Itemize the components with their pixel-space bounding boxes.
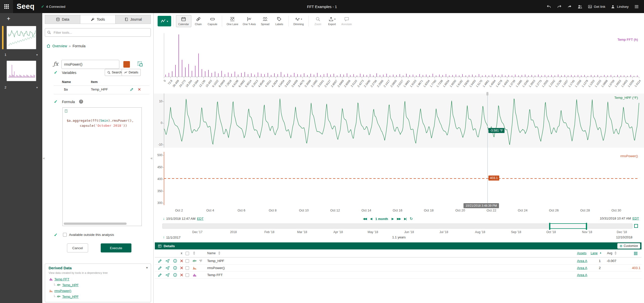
edit-item-icon[interactable] <box>158 259 162 263</box>
lane-rms-power[interactable]: rmsPower() <box>154 152 644 205</box>
variable-search-button[interactable]: Search <box>105 69 124 76</box>
item-asset-link[interactable]: Area A <box>577 273 587 277</box>
available-outside-checkbox[interactable] <box>63 233 67 237</box>
chart-cursor-line[interactable] <box>487 94 488 205</box>
step-to-end-button[interactable]: ▶| <box>404 217 406 221</box>
column-header-name[interactable]: Name <box>207 251 216 255</box>
chevron-down-icon[interactable]: ▾ <box>36 53 38 57</box>
timeline-end-handle[interactable] <box>634 224 638 228</box>
row-checkbox[interactable] <box>186 273 189 277</box>
send-item-icon[interactable] <box>165 266 170 270</box>
timeline-month-label[interactable]: Jul '18 <box>436 230 451 234</box>
view-mode-dropdown[interactable]: ▾ <box>158 16 171 26</box>
filter-tools-input[interactable] <box>45 28 151 37</box>
chevron-down-icon[interactable]: ▾ <box>36 86 38 89</box>
lane-fft[interactable]: Temp FFT (h) <box>154 31 644 77</box>
worksheet-thumbnail-1[interactable] <box>7 26 36 49</box>
toolbar-button-spread[interactable]: Spread <box>258 15 272 27</box>
timeline-month-label[interactable]: Nov '18 <box>580 230 595 234</box>
column-header-avg[interactable]: Avg <box>607 251 612 255</box>
toolbar-button-calendar[interactable]: Calendar <box>176 15 191 27</box>
step-back-button[interactable]: ◀ <box>370 217 372 221</box>
collaborators-button[interactable] <box>578 4 582 9</box>
remove-item-icon[interactable] <box>180 273 184 277</box>
lane-temp-hpf[interactable]: Temp_HPF (°F) <box>154 94 644 148</box>
item-info-icon[interactable] <box>173 273 177 277</box>
editor-horizontal-scrollbar[interactable] <box>64 223 127 225</box>
chevron-down-icon[interactable]: ▾ <box>146 266 148 270</box>
select-all-checkbox[interactable] <box>186 252 189 255</box>
get-link-button[interactable]: Get link <box>588 5 605 9</box>
collapse-panel-right-icon[interactable]: « <box>151 156 153 160</box>
breadcrumb-overview-link[interactable]: Overview <box>52 44 67 48</box>
derived-data-link[interactable]: Temp_HPF <box>62 283 79 287</box>
send-item-icon[interactable] <box>165 273 170 277</box>
variable-details-button[interactable]: Details <box>122 69 141 76</box>
step-forward-full-button[interactable]: ▶▶ <box>397 217 401 221</box>
send-item-icon[interactable] <box>165 259 170 263</box>
column-header-assets[interactable]: Assets <box>577 251 587 255</box>
home-icon[interactable] <box>46 44 51 48</box>
cursor-grip[interactable] <box>486 92 488 96</box>
derived-data-link[interactable]: Temp FFT <box>54 277 69 281</box>
column-header-lane[interactable]: Lane <box>591 251 598 255</box>
item-info-icon[interactable] <box>173 259 177 263</box>
display-range-start[interactable]: ↓ 10/1/2018 12:47 AM EDT <box>163 217 203 221</box>
execute-button[interactable]: Execute <box>101 243 131 252</box>
hamburger-menu-button[interactable] <box>634 4 639 9</box>
user-menu[interactable]: Lindsey <box>611 5 629 9</box>
investigate-start[interactable]: ↑ 11/1/2017 <box>163 235 181 239</box>
range-end-timezone-link[interactable]: EDT <box>632 217 639 220</box>
row-checkbox[interactable] <box>186 266 189 270</box>
refresh-icon[interactable]: ↻ <box>410 217 412 221</box>
item-asset-link[interactable]: Area A <box>577 266 587 270</box>
color-swatch-button[interactable] <box>123 61 130 68</box>
derived-data-link[interactable]: rmsPower() <box>54 289 71 293</box>
toolbar-button-chain[interactable]: Chain <box>191 15 205 27</box>
item-name[interactable]: rmsPower() <box>207 266 225 270</box>
formula-name-input[interactable] <box>61 60 119 69</box>
remove-item-icon[interactable] <box>180 259 184 263</box>
undo-button[interactable] <box>547 4 551 9</box>
step-forward-button[interactable]: ▶ <box>391 217 393 221</box>
item-asset-link[interactable]: Area A <box>577 259 587 263</box>
column-chooser-icon[interactable] <box>634 251 638 255</box>
timeline-month-label[interactable]: Apr '18 <box>331 230 346 234</box>
timeline-month-label[interactable]: Dec '17 <box>190 230 205 234</box>
seeq-logo[interactable]: Seeq <box>17 2 34 11</box>
step-back-full-button[interactable]: ◀◀ <box>363 217 366 221</box>
toolbar-button-capsule[interactable]: Capsule <box>205 15 220 27</box>
selection-left-handle[interactable] <box>549 223 550 230</box>
tab-tools[interactable]: Tools <box>80 15 116 24</box>
edit-item-icon[interactable] <box>158 273 162 277</box>
timeline-month-label[interactable]: Oct '18 <box>544 230 559 234</box>
timeline-month-label[interactable]: Sep '18 <box>509 230 524 234</box>
app-switcher-button[interactable] <box>0 0 13 13</box>
connection-status[interactable]: ✓ 4 Connected <box>41 4 65 9</box>
worksheet-thumbnail-2[interactable] <box>7 61 36 81</box>
formula-editor[interactable]: $a.aggregate(fft(5min).rmsPower(),capsul… <box>62 107 142 226</box>
timeline-month-label[interactable]: Mar '18 <box>295 230 310 234</box>
toolbar-button-export[interactable]: ▾Export <box>325 15 339 27</box>
item-info-icon[interactable] <box>173 266 177 270</box>
collapse-panel-left-icon[interactable]: « <box>43 156 45 160</box>
investigate-end[interactable]: 12/10/2018 <box>616 235 632 239</box>
item-name[interactable]: Temp FFT <box>207 273 223 277</box>
sort-icon[interactable] <box>218 251 220 255</box>
edit-variable-icon[interactable] <box>130 88 134 91</box>
timeline-scrubber[interactable] <box>162 224 632 229</box>
timeline-month-label[interactable]: 2018 <box>226 230 241 234</box>
sort-icon[interactable] <box>615 251 617 255</box>
timeline-month-label[interactable]: Aug '18 <box>473 230 488 234</box>
row-checkbox[interactable] <box>186 259 189 263</box>
timeline-month-label[interactable]: Feb '18 <box>262 230 277 234</box>
toolbar-button-labels[interactable]: Labels <box>272 15 286 27</box>
column-header-remove[interactable]: x <box>181 251 182 255</box>
selection-right-handle[interactable] <box>586 223 587 230</box>
edit-item-icon[interactable] <box>158 266 162 270</box>
cancel-button[interactable]: Cancel <box>67 243 88 252</box>
timeline-selection[interactable] <box>550 223 587 229</box>
display-range-end[interactable]: 10/31/2018 10:47 AM EDT <box>600 217 639 220</box>
remove-item-icon[interactable] <box>180 266 184 270</box>
toolbar-button-dimming[interactable]: ▾Dimming <box>291 15 306 27</box>
